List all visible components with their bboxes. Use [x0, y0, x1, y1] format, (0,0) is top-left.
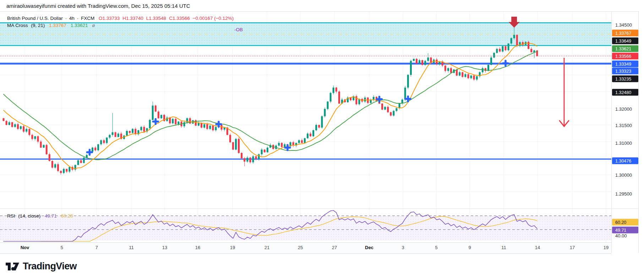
ohlc-values: O1.33733H1.33740L1.33548C1.33566−0.00167…: [96, 16, 234, 21]
ob-zone-label[interactable]: -OB: [234, 27, 243, 32]
time-axis-label: 9: [459, 245, 480, 250]
time-axis-label: 16: [187, 245, 208, 250]
rsi-ma-value: 60.20: [61, 213, 73, 219]
price-axis-label: 1.32000: [612, 106, 632, 112]
time-axis-label: 11: [121, 245, 142, 250]
legend-separator: ·: [76, 16, 80, 21]
price-axis[interactable]: 1.345001.337671.336491.336211.335661.333…: [611, 0, 644, 253]
tradingview-logo-text: TradingView: [23, 261, 77, 272]
price-axis-label: 1.33649: [612, 38, 638, 44]
rsi-value: 49.71: [45, 213, 57, 219]
time-axis-label: 14: [527, 245, 548, 250]
high-key: H: [122, 16, 126, 21]
ma-fast-value: 1.33767: [49, 23, 66, 28]
symbol-legend[interactable]: British Pound / U.S. Dollar · 4h · FXCM …: [7, 16, 234, 21]
candles-layer: [3, 27, 538, 175]
time-axis-label: 5: [426, 245, 447, 250]
interval-label[interactable]: 4h: [69, 16, 75, 21]
projection-arrow[interactable]: [560, 58, 569, 126]
horizontal-support-lines[interactable]: [0, 63, 611, 159]
time-axis-label: 17: [562, 245, 583, 250]
price-axis-label: 1.30000: [612, 172, 632, 178]
time-axis-label: 13: [154, 245, 175, 250]
rsi-title[interactable]: RSI: [7, 213, 15, 219]
chart-top-border: [0, 11, 639, 12]
low-value: 1.33548: [149, 16, 166, 21]
rsi-axis-label: 49.71: [612, 227, 638, 234]
chart-plot-area[interactable]: -OB: [0, 0, 644, 280]
ma-cross-title[interactable]: MA Cross: [7, 23, 28, 28]
time-axis-label: 11: [493, 245, 514, 250]
price-axis-label: 1.33323: [612, 68, 638, 75]
ma-null-value: ø: [92, 23, 95, 28]
legend-separator: ·: [64, 16, 68, 21]
price-axis-label: 1.32480: [612, 89, 638, 96]
ma-cross-params: (9, 21): [31, 23, 45, 28]
time-axis-label: 7: [86, 245, 107, 250]
ma-slow-value: 1.33621: [71, 23, 88, 28]
ma-fast-line[interactable]: [4, 43, 537, 169]
rsi-params: (14, close): [18, 213, 40, 219]
time-axis-label: 3: [392, 245, 414, 250]
change-value: −0.00167 (−0.12%): [193, 16, 234, 21]
tradingview-logo[interactable]: TradingView: [5, 261, 77, 272]
symbol-title[interactable]: British Pound / U.S. Dollar: [7, 16, 63, 21]
time-axis-label: 27: [324, 245, 345, 250]
time-axis-label: Dec: [359, 245, 380, 250]
price-axis-label: 1.33767: [612, 30, 638, 37]
exchange-label[interactable]: FXCM: [81, 16, 94, 21]
rsi-axis-label: 40.00: [612, 233, 627, 238]
chart-right-border: [638, 11, 639, 253]
time-axis-label: 19: [222, 245, 243, 250]
time-axis-label: 5: [51, 245, 72, 250]
price-axis-label: 1.30476: [612, 158, 638, 164]
price-axis-label: 1.31500: [612, 123, 632, 128]
ma-cross-legend[interactable]: MA Cross (9, 21) 1.33767 1.33621 ø: [7, 23, 95, 28]
open-key: O: [99, 16, 103, 21]
time-axis-label: 21: [256, 245, 278, 250]
price-axis-label: 1.31000: [612, 141, 632, 146]
rsi-axis-label: 60.20: [612, 219, 638, 226]
price-axis-label: 1.33621: [612, 45, 638, 52]
open-value: 1.33733: [102, 16, 120, 21]
time-axis-label: 25: [290, 245, 311, 250]
price-axis-label: 1.33566: [612, 53, 638, 60]
gridlines: [0, 11, 611, 242]
time-axis-label: Nov: [14, 245, 36, 250]
price-axis-label: 1.34500: [612, 22, 632, 28]
axis-separator: [611, 11, 612, 253]
tradingview-logo-icon: [5, 261, 20, 272]
price-axis-label: 1.33349: [612, 61, 638, 67]
tradingview-chart-screenshot: amiraoluwaseyifunmi created with Trading…: [0, 0, 644, 280]
high-value: 1.33740: [126, 16, 143, 21]
time-axis-label: 19: [595, 245, 617, 250]
close-value: 1.33566: [173, 16, 190, 21]
rsi-legend[interactable]: RSI (14, close) 49.71 60.20: [7, 213, 73, 219]
price-axis-label: 1.33235: [612, 76, 638, 82]
time-axis[interactable]: Nov5711131619212527Dec35911141719: [0, 242, 611, 254]
price-axis-label: 1.29500: [612, 191, 632, 197]
close-key: C: [169, 16, 173, 21]
